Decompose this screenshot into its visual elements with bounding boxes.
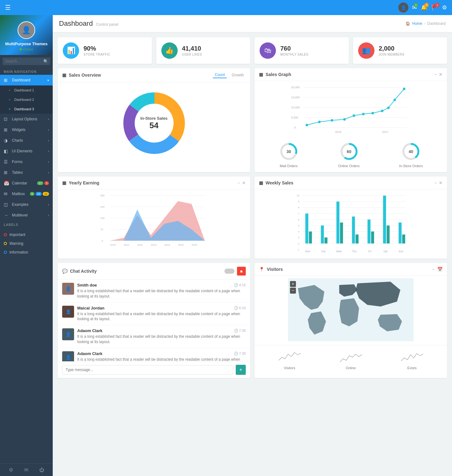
mini-circle-label-online: Online Orders [338, 164, 359, 168]
chat-name-row-1: Maical Jordan 🕐 6:10 [77, 306, 246, 310]
label-dot-yellow [4, 242, 7, 245]
calendar-icon: 📅 [4, 181, 9, 186]
mini-circle-mail: 30 Mail Orders [279, 141, 299, 168]
sidebar-item-dashboard2[interactable]: Dashboard 2 [0, 95, 53, 104]
label-text: Warning [9, 241, 23, 246]
sidebar-item-dashboard1[interactable]: Dashboard 1 [0, 85, 53, 95]
stat-label-sales: MONTHLY SALES [280, 53, 309, 56]
chat-toggle[interactable] [224, 269, 234, 274]
chat-content-0: Smith doe 🕐 4:15 It is a long establishe… [77, 283, 246, 299]
chat-header-left: 💬 Chat Activity [62, 269, 97, 274]
svg-text:2010: 2010 [110, 243, 116, 246]
chevron-icon: › [48, 203, 49, 206]
sidebar-item-label: UI Elements [12, 149, 32, 153]
weekly-sales-title: ▦ Weekly Sales [259, 180, 293, 185]
search-icon: 🔍 [43, 59, 48, 64]
mail-badge: 1 [414, 3, 418, 7]
sidebar-item-layout[interactable]: ⊡ Layout Options › [0, 114, 53, 124]
stat-label-members: JOIN MEMBERS [379, 53, 405, 56]
stat-info-likes: 41,410 USER LIKES [182, 45, 202, 56]
tab-count[interactable]: Count [213, 72, 227, 78]
sidebar-item-charts[interactable]: ◑ Charts › [0, 135, 53, 146]
chat-send-button[interactable]: + [236, 365, 246, 375]
svg-point-20 [343, 118, 346, 121]
sidebar-item-label: Charts [12, 138, 23, 143]
chat-title: Chat Activity [70, 269, 97, 274]
minimize-icon-3[interactable]: − [434, 180, 437, 185]
bell-icon-wrap[interactable]: 🔔 3 [421, 4, 428, 11]
bar-chart-svg: 10 9 8 7 6 5 4 3 2 1 [259, 193, 443, 255]
label-dot-red [4, 233, 7, 236]
area-chart-svg: 300 225 150 75 0 2010 2011 2012 2013 201… [62, 193, 246, 249]
sidebar-item-ui-elements[interactable]: ◧ UI Elements › [0, 146, 53, 156]
minimize-icon[interactable]: − [434, 72, 437, 77]
stat-info-sales: 760 MONTHLY SALES [280, 45, 309, 56]
mail-badge-yellow: 12 [43, 192, 49, 196]
sidebar-item-dashboard[interactable]: ⊞ Dashboard ▾ [0, 75, 53, 85]
sidebar-item-dashboard3[interactable]: Dashboard 3 [0, 104, 53, 114]
svg-text:4: 4 [298, 230, 299, 233]
examples-icon: ◫ [4, 202, 9, 207]
mail-footer-icon[interactable]: ✉ [24, 467, 28, 473]
weekly-sales-card: ▦ Weekly Sales − ✕ [255, 177, 447, 259]
grid-icon: ▦ [259, 72, 263, 77]
close-icon-2[interactable]: ✕ [242, 180, 246, 185]
flag-icon-wrap[interactable]: 🚩 1 [431, 4, 438, 11]
label-warning[interactable]: Warning [0, 239, 53, 248]
calendar-icon-4[interactable]: 📅 [437, 267, 443, 272]
svg-text:6: 6 [298, 218, 299, 221]
yearly-earning-actions: − ✕ [238, 180, 246, 185]
power-footer-icon[interactable]: ⏻ [39, 467, 44, 473]
sales-graph-header: ▦ Sales Graph − ✕ [255, 68, 447, 81]
hamburger-icon[interactable]: ☰ [5, 4, 11, 11]
chat-name-2: Adaom Clark [77, 328, 102, 333]
sidebar-item-mailbox[interactable]: ✉ Mailbox 5 10 12 [0, 189, 53, 199]
chevron-icon: › [48, 171, 49, 174]
svg-text:300: 300 [100, 194, 105, 197]
mail-badge-blue: 10 [35, 192, 42, 196]
visitors-stats: Visitors Online Exists [255, 345, 447, 374]
mail-icon-wrap[interactable]: ✉ 1 [412, 4, 417, 11]
minimize-icon-2[interactable]: − [238, 180, 240, 185]
chat-time-1: 🕐 6:10 [234, 306, 246, 310]
line-chart-wrap: 20,000 15,000 10,000 5,000 0 2016 2017 [255, 81, 447, 138]
label-important[interactable]: Important [0, 230, 53, 239]
breadcrumb-home-link[interactable]: Home [412, 21, 422, 26]
tab-growth[interactable]: Growth [230, 72, 246, 78]
sidebar-item-label: Forms [12, 160, 23, 164]
label-information[interactable]: Information [0, 248, 53, 257]
chat-time-2: 🕐 7:30 [234, 329, 246, 333]
chat-record-button[interactable]: ■ [237, 267, 246, 276]
area-chart-wrap: 300 225 150 75 0 2010 2011 2012 2013 201… [58, 189, 250, 252]
sidebar-item-widgets[interactable]: ⊞ Widgets › [0, 124, 53, 135]
page-title: Dashboard [59, 19, 93, 28]
sales-overview-controls: Count Growth [213, 72, 246, 78]
chat-message-input[interactable] [62, 365, 233, 375]
visitor-chart-svg-2 [400, 348, 425, 364]
visitors-title-text: Visitors [267, 267, 283, 272]
sidebar-item-calendar[interactable]: 📅 Calendar 17 3 [0, 178, 53, 189]
close-icon-3[interactable]: ✕ [439, 180, 443, 185]
sidebar-item-label: Tables [12, 170, 23, 175]
svg-text:2016: 2016 [191, 243, 197, 246]
settings-footer-icon[interactable]: ⚙ [9, 467, 13, 473]
sidebar-item-examples[interactable]: ◫ Examples › [0, 199, 53, 210]
sidebar-item-multilevel[interactable]: → Multilevel › [0, 210, 53, 221]
sidebar-item-forms[interactable]: ☰ Forms › [0, 156, 53, 167]
sidebar: 👤 MultiPurpose Themes Online 🔍 MAIN NAVI… [0, 15, 53, 476]
gear-icon[interactable]: ⚙ [442, 4, 447, 11]
sidebar-item-label: Widgets [12, 128, 25, 132]
chat-name-0: Smith doe [77, 283, 97, 287]
close-icon[interactable]: ✕ [439, 72, 443, 77]
sales-overview-header: ▦ Sales Overview Count Growth [58, 68, 250, 82]
chat-name-3: Adaom Clark [77, 351, 102, 356]
chat-text-2: It is a long established fact that a rea… [77, 334, 246, 345]
sidebar-item-tables[interactable]: ⊞ Tables › [0, 167, 53, 178]
tables-icon: ⊞ [4, 170, 9, 175]
chat-avatar-1: 👤 [62, 306, 74, 318]
svg-text:20,000: 20,000 [291, 86, 300, 89]
user-avatar-wrap[interactable]: 👤 [398, 3, 408, 13]
sidebar-submenu-dashboard: Dashboard 1 Dashboard 2 Dashboard 3 [0, 85, 53, 114]
svg-text:1: 1 [298, 248, 299, 251]
minimize-icon-4[interactable]: − [432, 267, 435, 272]
